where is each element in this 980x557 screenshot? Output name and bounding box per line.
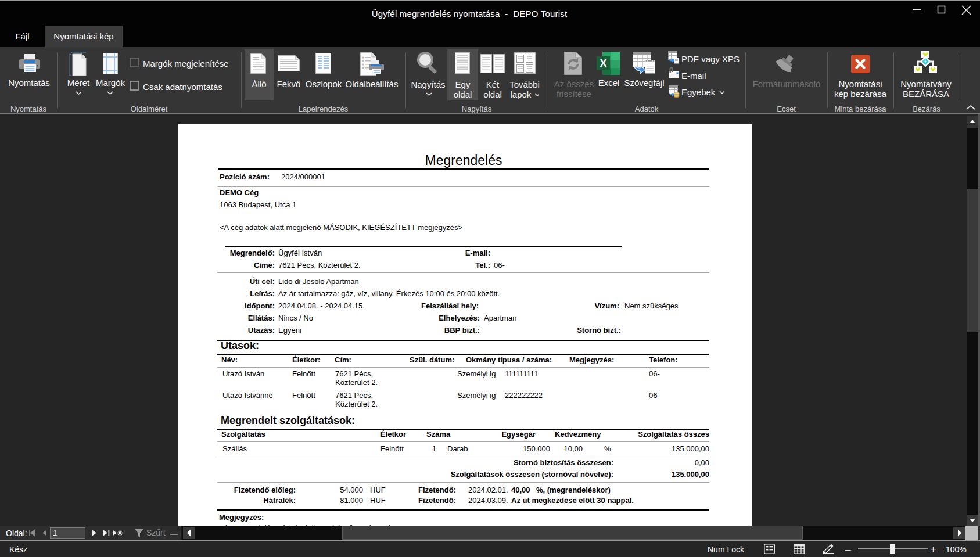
svg-text:X: X <box>600 58 606 69</box>
